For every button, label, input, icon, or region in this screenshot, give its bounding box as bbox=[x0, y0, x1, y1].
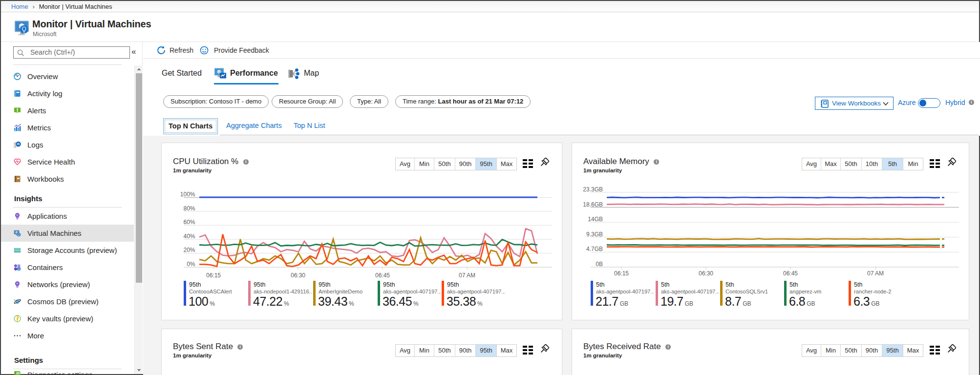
svg-text:06:45: 06:45 bbox=[375, 272, 390, 279]
svg-text:0B: 0B bbox=[596, 261, 603, 268]
svg-text:9.3GB: 9.3GB bbox=[586, 231, 603, 238]
svg-text:06:15: 06:15 bbox=[614, 270, 629, 277]
svg-text:18.6GB: 18.6GB bbox=[583, 201, 603, 208]
svg-text:07 AM: 07 AM bbox=[867, 270, 884, 277]
svg-text:14GB: 14GB bbox=[588, 216, 603, 223]
svg-text:06:45: 06:45 bbox=[783, 270, 798, 277]
svg-text:07 AM: 07 AM bbox=[459, 272, 475, 279]
svg-text:06:30: 06:30 bbox=[291, 272, 305, 279]
svg-text:06:15: 06:15 bbox=[206, 272, 221, 279]
svg-text:40%: 40% bbox=[183, 233, 195, 240]
svg-text:20%: 20% bbox=[183, 247, 195, 253]
svg-text:80%: 80% bbox=[183, 205, 195, 212]
svg-text:23.3GB: 23.3GB bbox=[583, 186, 603, 193]
svg-text:0%: 0% bbox=[187, 261, 195, 268]
svg-text:06:30: 06:30 bbox=[699, 270, 713, 277]
svg-text:100%: 100% bbox=[180, 191, 195, 198]
svg-text:4.7GB: 4.7GB bbox=[586, 246, 603, 252]
svg-text:60%: 60% bbox=[183, 219, 195, 226]
